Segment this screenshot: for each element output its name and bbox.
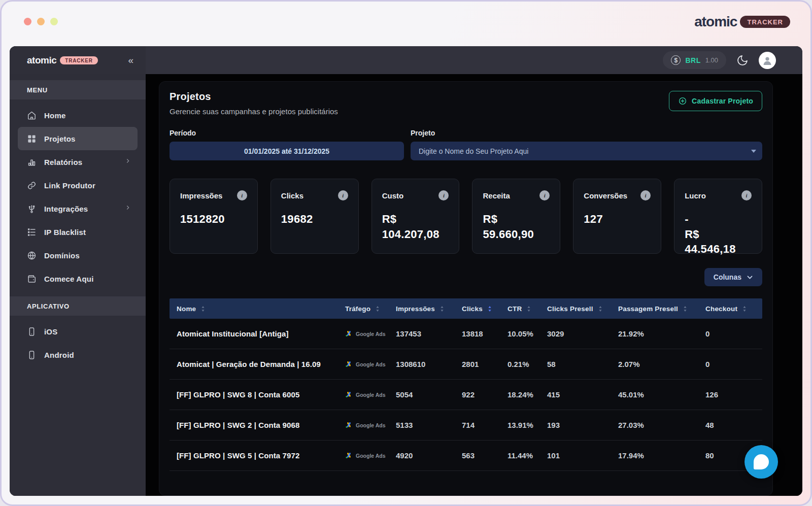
cell-name: [FF] GLPRO | SWG 5 | Conta 7972 <box>177 451 345 460</box>
moon-icon[interactable] <box>736 54 749 66</box>
zoom-button[interactable] <box>50 18 58 25</box>
info-icon[interactable]: i <box>237 190 247 200</box>
sort-icon <box>598 306 603 312</box>
cell-clicks: 13818 <box>462 329 507 338</box>
sidebar-section-label: MENU <box>10 80 146 99</box>
sidebar-item-link-produtor[interactable]: Link Produtor <box>18 174 138 197</box>
sidebar-item-projetos[interactable]: Projetos <box>18 127 138 150</box>
stat-label: Conversões <box>584 191 627 200</box>
sidebar-section-items: iOSAndroid <box>10 316 146 370</box>
cell-checkout: 0 <box>705 329 755 338</box>
info-icon[interactable]: i <box>640 190 651 200</box>
sidebar-item-android[interactable]: Android <box>18 343 138 366</box>
sidebar-nav: MENUHomeProjetosRelatóriosLink ProdutorI… <box>10 74 146 496</box>
minimize-button[interactable] <box>37 18 45 25</box>
google-ads-icon <box>345 330 353 338</box>
column-header-tr-fego[interactable]: Tráfego <box>345 305 396 313</box>
traffic-source-label: Google Ads <box>356 453 386 459</box>
sidebar-item-ip-blacklist[interactable]: IP Blacklist <box>18 220 138 244</box>
sort-icon <box>375 306 380 312</box>
sidebar-item-home[interactable]: Home <box>18 104 138 127</box>
stat-card-header: Conversõesi <box>584 190 651 200</box>
sidebar-item-label: Projetos <box>44 134 76 143</box>
table-row[interactable]: Atomicat Institucional [Antiga]Google Ad… <box>170 319 762 349</box>
table-toolbar: Colunas <box>170 268 762 286</box>
google-ads-icon <box>345 452 353 459</box>
sidebar-item-ios[interactable]: iOS <box>18 320 138 343</box>
google-ads-icon <box>345 421 353 429</box>
columns-button[interactable]: Colunas <box>704 268 762 286</box>
stat-card: CustoiR$ 104.207,08 <box>371 179 460 254</box>
project-select-input[interactable] <box>411 142 762 160</box>
info-icon[interactable]: i <box>539 190 550 200</box>
app-shell: atomic TRACKER « MENUHomeProjetosRelatór… <box>10 46 802 496</box>
close-button[interactable] <box>24 18 31 25</box>
cell-impressions: 137453 <box>396 329 462 338</box>
page-header: Projetos Gerencie suas campanhas e proje… <box>170 91 762 116</box>
sidebar-item-dom-nios[interactable]: Domínios <box>18 244 138 267</box>
add-project-button[interactable]: Cadastrar Projeto <box>669 91 762 111</box>
brand-badge: TRACKER <box>740 16 790 28</box>
usb-icon <box>27 204 37 214</box>
dollar-icon: $ <box>671 55 681 65</box>
table-row[interactable]: [FF] GLPRO | SWG 8 | Conta 6005Google Ad… <box>170 380 762 410</box>
sidebar-item-relat-rios[interactable]: Relatórios <box>18 150 138 174</box>
stat-card: Conversõesi127 <box>573 179 661 254</box>
cell-checkout: 126 <box>705 390 755 399</box>
column-header-clicks-presell[interactable]: Clicks Presell <box>547 305 618 313</box>
stat-card: ReceitaiR$ 59.660,90 <box>472 179 560 254</box>
sidebar: atomic TRACKER « MENUHomeProjetosRelatór… <box>10 46 146 496</box>
sidebar-badge: TRACKER <box>60 56 98 64</box>
table-row[interactable]: Atomicat | Geração de Demanda | 16.09Goo… <box>170 349 762 380</box>
column-header-label: Impressões <box>396 305 435 313</box>
cell-impressions: 4920 <box>396 451 462 460</box>
table-row[interactable]: [FF] GLPRO | SWG 2 | Conta 9068Google Ad… <box>170 410 762 441</box>
stat-card: Impressõesi1512820 <box>170 179 258 254</box>
cell-passagem-presell: 21.92% <box>618 329 705 338</box>
chat-bubble-icon <box>754 454 769 469</box>
stat-value: 1512820 <box>180 212 247 227</box>
chat-launcher-button[interactable] <box>745 445 778 479</box>
cell-ctr: 10.05% <box>507 329 547 338</box>
main-column: $ BRL 1.00 Projetos Gerencie suas ca <box>146 46 802 496</box>
table-row[interactable]: [FF] GLPRO | SWG 5 | Conta 7972Google Ad… <box>170 441 762 471</box>
column-header-checkout[interactable]: Checkout <box>705 305 755 313</box>
cell-clicks: 563 <box>462 451 507 460</box>
cell-traffic-source: Google Ads <box>345 452 396 459</box>
info-icon[interactable]: i <box>338 190 348 200</box>
cell-clicks: 2801 <box>462 360 507 368</box>
stat-card-header: Custoi <box>382 190 449 200</box>
stat-card: Lucroi- R$ 44.546,18 <box>674 179 762 254</box>
sidebar-wordmark: atomic <box>27 55 56 66</box>
cell-traffic-source: Google Ads <box>345 330 396 338</box>
brand-logo: atomic TRACKER <box>694 14 790 30</box>
info-icon[interactable]: i <box>438 190 449 200</box>
column-header-nome[interactable]: Nome <box>177 305 345 313</box>
avatar[interactable] <box>759 52 776 69</box>
sidebar-item-integra-es[interactable]: Integrações <box>18 197 138 220</box>
stat-label: Receita <box>483 191 510 200</box>
stat-label: Clicks <box>281 191 303 200</box>
sidebar-item-comece-aqui[interactable]: Comece Aqui <box>18 267 138 290</box>
period-label: Período <box>170 129 404 137</box>
chevron-down-icon <box>751 150 756 153</box>
traffic-source-label: Google Ads <box>356 392 386 398</box>
globe-icon <box>27 251 37 260</box>
cell-traffic-source: Google Ads <box>345 360 396 368</box>
column-header-ctr[interactable]: CTR <box>507 305 547 313</box>
cell-ctr: 11.44% <box>507 451 547 460</box>
column-header-impress-es[interactable]: Impressões <box>396 305 462 313</box>
sort-icon <box>439 306 445 312</box>
cell-clicks-presell: 3029 <box>547 329 618 338</box>
cell-name: Atomicat Institucional [Antiga] <box>177 329 345 338</box>
period-picker[interactable]: 01/01/2025 até 31/12/2025 <box>170 142 404 160</box>
currency-selector[interactable]: $ BRL 1.00 <box>663 51 726 69</box>
sidebar-collapse-icon[interactable]: « <box>128 55 133 65</box>
sidebar-item-label: Relatórios <box>44 158 82 166</box>
info-icon[interactable]: i <box>741 190 752 200</box>
stat-card: Clicksi19682 <box>270 179 359 254</box>
sort-icon <box>487 306 492 312</box>
column-header-clicks[interactable]: Clicks <box>462 305 507 313</box>
google-ads-icon <box>345 391 353 398</box>
column-header-passagem-presell[interactable]: Passagem Presell <box>618 305 705 313</box>
